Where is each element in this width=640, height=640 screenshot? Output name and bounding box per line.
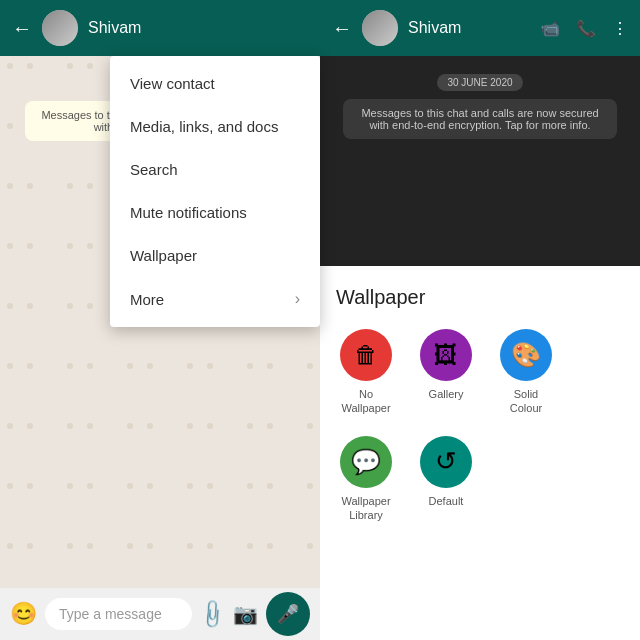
more-arrow-icon: › xyxy=(295,290,300,308)
option-wallpaper-library[interactable]: 💬 WallpaperLibrary xyxy=(336,436,396,523)
back-button-left[interactable]: ← xyxy=(12,17,32,40)
wallpaper-title: Wallpaper xyxy=(336,286,624,309)
input-bar-left: 😊 Type a message 📎 📷 🎤 xyxy=(0,588,320,640)
gallery-label: Gallery xyxy=(429,387,464,401)
more-options-icon[interactable]: ⋮ xyxy=(612,19,628,38)
solid-colour-label: SolidColour xyxy=(510,387,542,416)
menu-item-mute-notifications[interactable]: Mute notifications xyxy=(110,191,320,234)
wallpaper-library-label: WallpaperLibrary xyxy=(341,494,390,523)
option-solid-colour[interactable]: 🎨 SolidColour xyxy=(496,329,556,416)
context-menu: View contact Media, links, and docs Sear… xyxy=(110,56,320,327)
option-no-wallpaper[interactable]: 🗑 NoWallpaper xyxy=(336,329,396,416)
contact-name-left: Shivam xyxy=(88,19,141,37)
menu-item-media-links-docs[interactable]: Media, links, and docs xyxy=(110,105,320,148)
attach-button[interactable]: 📎 xyxy=(195,597,230,632)
voice-call-icon[interactable]: 📞 xyxy=(576,19,596,38)
menu-item-view-contact[interactable]: View contact xyxy=(110,62,320,105)
no-wallpaper-icon: 🗑 xyxy=(340,329,392,381)
wallpaper-section: Wallpaper 🗑 NoWallpaper 🖼 Gallery 🎨 Soli… xyxy=(320,266,640,640)
default-label: Default xyxy=(429,494,464,508)
mic-icon: 🎤 xyxy=(277,603,299,625)
back-button-right[interactable]: ← xyxy=(332,17,352,40)
right-panel: ← Shivam 📹 📞 ⋮ 30 JUNE 2020 Messages to … xyxy=(320,0,640,640)
menu-item-search[interactable]: Search xyxy=(110,148,320,191)
wallpaper-library-icon: 💬 xyxy=(340,436,392,488)
solid-colour-icon: 🎨 xyxy=(500,329,552,381)
header-icons: 📹 📞 ⋮ xyxy=(540,19,628,38)
contact-name-right: Shivam xyxy=(408,19,530,37)
mic-button[interactable]: 🎤 xyxy=(266,592,310,636)
date-label-right: 30 JUNE 2020 xyxy=(328,72,632,91)
camera-button[interactable]: 📷 xyxy=(233,602,258,626)
wallpaper-options-grid: 🗑 NoWallpaper 🖼 Gallery 🎨 SolidColour 💬 … xyxy=(336,329,624,522)
option-default[interactable]: ↺ Default xyxy=(416,436,476,523)
video-call-icon[interactable]: 📹 xyxy=(540,19,560,38)
avatar-right xyxy=(362,10,398,46)
system-message-right: Messages to this chat and calls are now … xyxy=(343,99,617,139)
right-header: ← Shivam 📹 📞 ⋮ xyxy=(320,0,640,56)
message-input[interactable]: Type a message xyxy=(45,598,192,630)
default-icon: ↺ xyxy=(420,436,472,488)
no-wallpaper-label: NoWallpaper xyxy=(341,387,390,416)
left-panel: ← Shivam View contact Media, links, and … xyxy=(0,0,320,640)
chat-background-right: 30 JUNE 2020 Messages to this chat and c… xyxy=(320,56,640,266)
emoji-button[interactable]: 😊 xyxy=(10,601,37,627)
left-header: ← Shivam xyxy=(0,0,320,56)
menu-item-wallpaper[interactable]: Wallpaper xyxy=(110,234,320,277)
menu-item-more[interactable]: More › xyxy=(110,277,320,321)
option-gallery[interactable]: 🖼 Gallery xyxy=(416,329,476,416)
gallery-icon: 🖼 xyxy=(420,329,472,381)
avatar-left xyxy=(42,10,78,46)
